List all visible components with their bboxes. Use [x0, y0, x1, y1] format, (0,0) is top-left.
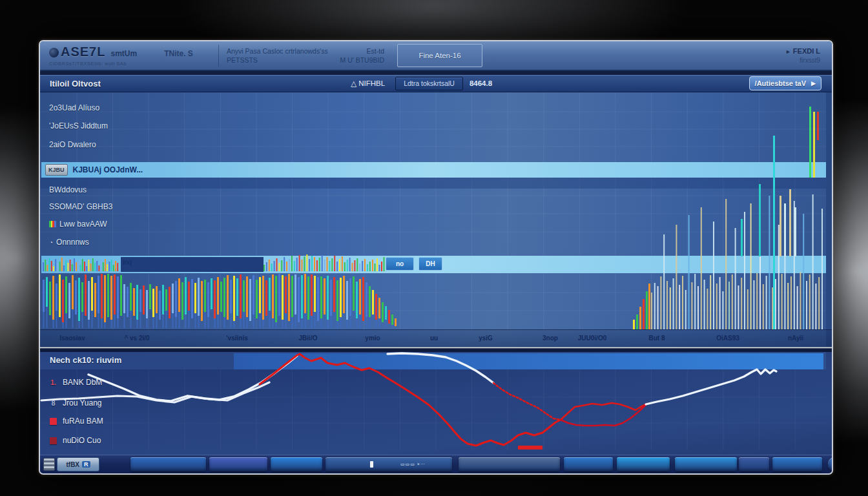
bar [719, 277, 721, 329]
bar [713, 222, 714, 329]
bar [343, 276, 345, 313]
legend-item[interactable]: fuRAu BAM [50, 415, 103, 427]
bar [366, 282, 367, 317]
taskbar-button[interactable]: ▭▭▭ ×⋯ [326, 457, 452, 471]
strip-tick [80, 265, 81, 271]
watchlist-row[interactable]: 2aiO Dwalero [49, 140, 96, 150]
bar [388, 310, 390, 324]
bar [294, 274, 296, 315]
taskbar-button[interactable] [459, 457, 560, 471]
header-info-line2-right: M U' BTU9BID [340, 56, 384, 65]
bar [725, 199, 727, 329]
bar [349, 278, 351, 316]
watchlist-row-label: BWddovus [49, 185, 87, 194]
bar [763, 284, 764, 329]
start-button-badge: R [82, 461, 90, 468]
legend-item[interactable]: 1.BANK DbM [50, 377, 102, 388]
strip-tick [276, 258, 278, 271]
legend-label: Jrou Yuang [63, 398, 102, 408]
brand-block: ASE7L smtUm TNite. S CiDBRSsT/TBXSEiiib:… [40, 45, 211, 67]
bar [81, 282, 83, 312]
spike-bar [789, 189, 791, 256]
strip-tick [111, 260, 112, 271]
bar-tail [88, 320, 90, 328]
bar [278, 274, 280, 316]
bar [211, 278, 212, 309]
strip-tick [367, 264, 368, 271]
strip-tick [70, 260, 71, 271]
start-button-label: tfBX [66, 461, 79, 468]
bar [301, 275, 303, 318]
bar-tail [260, 313, 261, 328]
header-tab[interactable]: Fine Aten-16 [397, 44, 482, 67]
bar [772, 287, 773, 329]
bar [165, 289, 167, 311]
bar [169, 287, 170, 318]
bar-tail [218, 315, 219, 328]
bar [797, 286, 798, 329]
toolbar-button[interactable]: Ldtra tokskrtsalU [395, 77, 463, 90]
spike-bar [780, 196, 781, 256]
legend-item[interactable]: 8Jrou Yuang [50, 397, 102, 409]
app-tagline: CiDBRSsT/TBXSEiiib: wuti SAb [49, 61, 211, 67]
taskbar-button[interactable] [209, 457, 267, 471]
x-axis-tick-label: 'vsiinis [208, 335, 266, 342]
taskbar-start-button[interactable]: tfBX R [57, 457, 99, 471]
strip-tick [384, 257, 385, 271]
spike-bar [817, 112, 819, 140]
selected-instrument-row[interactable]: KJBU KJBUAj OOJdnW... [40, 162, 826, 178]
strip-tick [90, 264, 92, 271]
watchlist-row-label: SSOMAD' GBHB3 [49, 202, 112, 211]
strip-tick [53, 266, 54, 271]
bar [346, 281, 348, 320]
x-axis-tick-label: ymio [344, 335, 402, 342]
taskbar-button[interactable] [739, 457, 769, 471]
bar [806, 281, 807, 329]
play-icon[interactable]: ▶ [811, 80, 816, 87]
row-shadow [40, 178, 826, 189]
bar [362, 277, 364, 321]
taskbar-button[interactable] [675, 457, 737, 471]
taskbar-button[interactable] [617, 457, 670, 471]
bar [198, 278, 200, 316]
bar [707, 289, 708, 329]
taskbar-button[interactable] [130, 457, 206, 471]
bar [738, 285, 739, 329]
strip-tick [364, 259, 366, 271]
watchlist-row[interactable]: 'JoEUsS Jiddtum [49, 121, 108, 131]
watchlist-row[interactable]: Lww bavAAW [49, 219, 107, 229]
taskbar-button[interactable] [772, 457, 822, 471]
bar [657, 286, 659, 329]
taskbar-button[interactable] [564, 457, 613, 471]
strip-chip-button[interactable]: DH [418, 257, 442, 271]
x-axis-tick-label: ysiG [457, 335, 515, 342]
taskbar-button[interactable] [828, 457, 833, 471]
legend-item[interactable]: nuDiO Cuo [50, 435, 101, 446]
bar [123, 284, 125, 313]
spike-bar [741, 219, 743, 256]
bar [181, 282, 183, 320]
watchlist-row[interactable]: ◔Onnnnws [49, 237, 89, 247]
instrument-chip[interactable]: KJBU [45, 164, 68, 176]
taskbar-button[interactable] [271, 457, 322, 471]
bar [722, 291, 723, 329]
timeframe-dropdown-label: /Autiesbtse taV [755, 79, 806, 87]
watchlist-row[interactable]: SSOMAD' GBHB3 [49, 202, 112, 212]
bar [359, 279, 361, 315]
header-nav-item[interactable]: TNite. S [164, 49, 193, 58]
bar [741, 278, 742, 329]
watchlist-row[interactable]: BWddovus [49, 185, 87, 195]
taskbar-menu-icon[interactable] [43, 458, 55, 471]
x-axis: Isaosiav^ vs 2i/0'vsiinisJBii/Oymiouuysi… [40, 329, 833, 347]
strip-chip-button[interactable]: no [386, 257, 414, 271]
panel-separator [40, 347, 832, 352]
bar [201, 281, 203, 321]
bar-tail [79, 321, 80, 328]
strip-tick [45, 260, 46, 271]
watchlist-row[interactable]: 2o3Uad Alíuso [49, 103, 99, 113]
bar [766, 276, 767, 329]
timeframe-dropdown[interactable]: /Autiesbtse taV ▶ [749, 76, 822, 90]
strip-tick [107, 264, 108, 271]
bar-tail [379, 318, 380, 328]
bar [152, 289, 154, 317]
